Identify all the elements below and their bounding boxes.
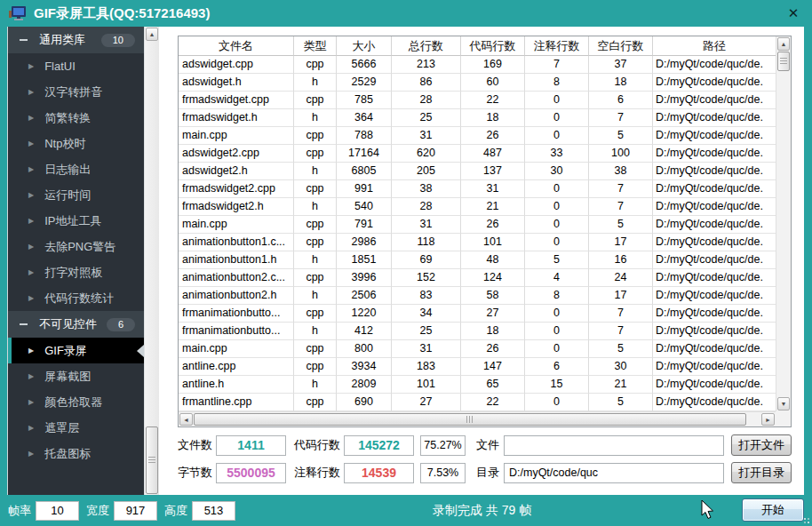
table-row[interactable]: adswidget.hh25298660818D:/myQt/code/quc/… bbox=[179, 74, 776, 92]
file-path-input[interactable] bbox=[504, 435, 724, 456]
table-cell: cpp bbox=[294, 234, 337, 251]
sidebar-item-遮罩层[interactable]: ▶遮罩层 bbox=[8, 415, 144, 441]
table-cell: 21 bbox=[461, 198, 525, 216]
table-vscroll-thumb[interactable] bbox=[777, 52, 790, 71]
table-cell: 6805 bbox=[337, 163, 392, 180]
table-cell: cpp bbox=[294, 92, 337, 109]
table-cell: cpp bbox=[294, 358, 337, 376]
table-row[interactable]: animationbutton1.hh18516948516D:/myQt/co… bbox=[179, 251, 776, 269]
fps-input[interactable] bbox=[36, 501, 79, 521]
dir-path-input[interactable] bbox=[504, 463, 724, 483]
sidebar-group-header[interactable]: 通用类库10 bbox=[8, 27, 144, 53]
sidebar-item-简繁转换[interactable]: ▶简繁转换 bbox=[8, 105, 144, 131]
column-header[interactable]: 类型 bbox=[294, 36, 337, 56]
chevron-right-icon: ▶ bbox=[28, 243, 34, 251]
resize-grip[interactable] bbox=[801, 515, 809, 523]
column-header[interactable]: 注释行数 bbox=[525, 36, 589, 56]
group-count-badge: 6 bbox=[107, 318, 135, 331]
panel-scroll-thumb[interactable] bbox=[146, 426, 158, 494]
table-row[interactable]: frmantline.cppcpp690272205D:/myQt/code/q… bbox=[179, 394, 776, 411]
sidebar-item-去除PNG警告[interactable]: ▶去除PNG警告 bbox=[8, 234, 144, 259]
sidebar-item-汉字转拼音[interactable]: ▶汉字转拼音 bbox=[8, 79, 144, 105]
table-cell: 412 bbox=[337, 323, 392, 340]
scroll-up-icon[interactable]: ▲ bbox=[146, 28, 158, 41]
chevron-right-icon: ▶ bbox=[28, 139, 34, 147]
table-row[interactable]: adswidget.cppcpp5666213169737D:/myQt/cod… bbox=[179, 56, 776, 74]
sidebar-item-label: 运行时间 bbox=[44, 187, 91, 203]
table-row[interactable]: frmanimationbutto...cpp1220342707D:/myQt… bbox=[179, 305, 776, 323]
table-cell: D:/myQt/code/quc/de. bbox=[653, 234, 776, 251]
scroll-down-icon[interactable]: ▼ bbox=[777, 397, 790, 410]
code-lines-value: 145272 bbox=[344, 435, 414, 456]
table-row[interactable]: frmadswidget2.hh540282107D:/myQt/code/qu… bbox=[179, 198, 776, 216]
height-input[interactable] bbox=[192, 501, 235, 521]
table-row[interactable]: main.cppcpp788312605D:/myQt/code/quc/de. bbox=[179, 127, 776, 145]
table-cell: 24 bbox=[589, 269, 653, 287]
column-header[interactable]: 文件名 bbox=[179, 36, 294, 56]
column-header[interactable]: 大小 bbox=[337, 36, 392, 56]
table-cell: animationbutton2.c... bbox=[179, 269, 294, 287]
sidebar-item-IP地址工具[interactable]: ▶IP地址工具 bbox=[8, 208, 144, 234]
sidebar-item-label: 遮罩层 bbox=[44, 420, 79, 436]
table-hscroll-thumb[interactable] bbox=[194, 413, 746, 426]
column-header[interactable]: 总行数 bbox=[392, 36, 461, 56]
sidebar-item-运行时间[interactable]: ▶运行时间 bbox=[8, 182, 144, 208]
table-row[interactable]: frmadswidget.cppcpp785282206D:/myQt/code… bbox=[179, 92, 776, 109]
table-cell: 83 bbox=[392, 287, 461, 305]
table-row[interactable]: frmanimationbutto...h412251807D:/myQt/co… bbox=[179, 323, 776, 340]
table-cell: D:/myQt/code/quc/de. bbox=[653, 251, 776, 269]
open-dir-button[interactable]: 打开目录 bbox=[731, 462, 792, 483]
table-cell: 7 bbox=[525, 56, 589, 74]
column-header[interactable]: 路径 bbox=[653, 36, 776, 56]
table-row[interactable]: antline.cppcpp3934183147630D:/myQt/code/… bbox=[179, 358, 776, 376]
table-cell: 2809 bbox=[337, 376, 392, 394]
scroll-right-icon[interactable]: ► bbox=[761, 413, 775, 426]
width-input[interactable] bbox=[114, 501, 157, 521]
table-cell: cpp bbox=[294, 145, 337, 163]
table-row[interactable]: animationbutton2.hh25068358817D:/myQt/co… bbox=[179, 287, 776, 305]
table-cell: 58 bbox=[461, 287, 525, 305]
table-row[interactable]: main.cppcpp800312605D:/myQt/code/quc/de. bbox=[179, 340, 776, 358]
sidebar-item-打字对照板[interactable]: ▶打字对照板 bbox=[8, 259, 144, 285]
sidebar-item-屏幕截图[interactable]: ▶屏幕截图 bbox=[8, 363, 144, 389]
close-icon[interactable]: ✕ bbox=[784, 4, 802, 22]
open-file-button[interactable]: 打开文件 bbox=[731, 434, 792, 456]
scroll-left-icon[interactable]: ◄ bbox=[179, 413, 193, 426]
column-header[interactable]: 代码行数 bbox=[461, 36, 525, 56]
sidebar-item-颜色拾取器[interactable]: ▶颜色拾取器 bbox=[8, 389, 144, 415]
sidebar-group-label: 不可见控件 bbox=[39, 316, 97, 332]
table-row[interactable]: adswidget2.hh68052051373038D:/myQt/code/… bbox=[179, 163, 776, 180]
table-row[interactable]: frmadswidget2.cppcpp991383107D:/myQt/cod… bbox=[179, 180, 776, 198]
sidebar-item-GIF录屏[interactable]: ▶GIF录屏 bbox=[8, 338, 144, 363]
panel-vertical-scrollbar[interactable]: ▲ bbox=[144, 27, 159, 495]
chevron-right-icon: ▶ bbox=[28, 347, 34, 355]
table-row[interactable]: animationbutton2.c...cpp3996152124424D:/… bbox=[179, 269, 776, 287]
sidebar-item-托盘图标[interactable]: ▶托盘图标 bbox=[8, 441, 144, 466]
table-row[interactable]: adswidget2.cppcpp1716462048733100D:/myQt… bbox=[179, 145, 776, 163]
sidebar-item-日志输出[interactable]: ▶日志输出 bbox=[8, 156, 144, 182]
table-row[interactable]: frmadswidget.hh364251807D:/myQt/code/quc… bbox=[179, 109, 776, 127]
table-cell: 2506 bbox=[337, 287, 392, 305]
sidebar-group-header[interactable]: 不可见控件6 bbox=[8, 311, 144, 338]
table-vertical-scrollbar[interactable]: ▲ ▼ bbox=[776, 36, 791, 411]
table-cell: 26 bbox=[461, 216, 525, 234]
table-cell: 487 bbox=[461, 145, 525, 163]
table-horizontal-scrollbar[interactable]: ◄ ► bbox=[179, 411, 776, 426]
start-button[interactable]: 开始 bbox=[742, 498, 804, 522]
table-cell: 690 bbox=[337, 394, 392, 411]
table-cell: cpp bbox=[294, 127, 337, 145]
table-cell: 147 bbox=[461, 358, 525, 376]
sidebar-item-label: Ntp校时 bbox=[44, 136, 85, 152]
sidebar-item-FlatUI[interactable]: ▶FlatUI bbox=[8, 53, 144, 79]
sidebar-item-Ntp校时[interactable]: ▶Ntp校时 bbox=[8, 131, 144, 156]
table-cell: cpp bbox=[294, 394, 337, 411]
scroll-up-icon[interactable]: ▲ bbox=[777, 37, 790, 51]
file-label: 文件 bbox=[476, 437, 499, 453]
table-row[interactable]: main.cppcpp791312605D:/myQt/code/quc/de. bbox=[179, 216, 776, 234]
table-row[interactable]: antline.hh2809101651521D:/myQt/code/quc/… bbox=[179, 376, 776, 394]
sidebar-item-代码行数统计[interactable]: ▶代码行数统计 bbox=[8, 285, 144, 311]
column-header[interactable]: 空白行数 bbox=[589, 36, 653, 56]
table-row[interactable]: animationbutton1.c...cpp2986118101017D:/… bbox=[179, 234, 776, 251]
app-window: { "colors": { "accent": "#28a3a1", "file… bbox=[0, 0, 812, 526]
table-cell: 785 bbox=[337, 92, 392, 109]
